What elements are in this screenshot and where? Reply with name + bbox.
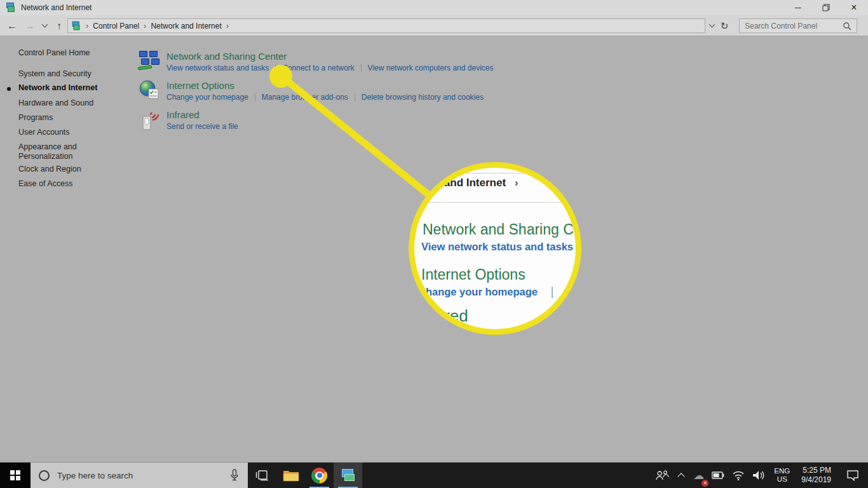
minimize-icon (795, 8, 801, 8)
window-titlebar: Network and Internet × (0, 0, 868, 15)
restore-icon (822, 4, 830, 11)
language-indicator[interactable]: ENG US (769, 463, 795, 488)
sidebar-item-system-and-security[interactable]: System and Security (18, 69, 114, 79)
sidebar-item-ease-of-access[interactable]: Ease of Access (18, 179, 114, 189)
refresh-icon: ↻ (721, 20, 729, 32)
minimize-button[interactable] (784, 0, 812, 15)
chevron-right-icon: › (515, 177, 518, 188)
breadcrumb-network-and-internet[interactable]: Network and Internet (151, 22, 221, 30)
sidebar-item-clock-and-region[interactable]: Clock and Region (18, 165, 114, 174)
sidebar-item-control-panel-home[interactable]: Control Panel Home (18, 48, 114, 58)
callout-pointer-dot (269, 65, 292, 88)
link-send-or-receive-file[interactable]: Send or receive a file (166, 122, 238, 131)
taskbar-search-input[interactable]: Type here to search (31, 463, 248, 488)
chevron-right-icon: › (144, 21, 146, 30)
back-icon: ← (7, 20, 17, 32)
link-separator (355, 93, 355, 101)
people-icon (655, 470, 669, 480)
callout-change-homepage-text: Change your homepage (418, 286, 538, 298)
wifi-icon (732, 471, 745, 480)
onedrive-cloud-icon: ☁ (693, 470, 704, 481)
close-icon: × (851, 2, 857, 13)
address-dropdown-button[interactable] (705, 18, 718, 33)
search-placeholder: Search Control Panel (745, 22, 843, 30)
chrome-icon (311, 468, 327, 484)
people-button[interactable] (651, 463, 673, 488)
breadcrumb-control-panel[interactable]: Control Panel (93, 22, 139, 30)
file-explorer-button[interactable] (276, 463, 305, 488)
refresh-button[interactable]: ↻ (718, 18, 731, 33)
control-panel-icon (341, 469, 356, 482)
magnifier-callout-circle: rk and Internet› Network and Sharing C V… (409, 162, 581, 335)
forward-icon: → (25, 20, 35, 32)
task-view-icon (255, 470, 269, 481)
restore-button[interactable] (812, 0, 840, 15)
system-tray: ☁ × (651, 463, 868, 488)
volume-button[interactable] (749, 463, 769, 488)
start-button[interactable] (0, 463, 31, 488)
back-button[interactable]: ← (5, 15, 19, 36)
sidebar-item-programs[interactable]: Programs (18, 113, 114, 123)
sidebar-item-appearance-and-personalization[interactable]: Appearance and Personalization (18, 142, 98, 161)
up-button[interactable]: ↑ (52, 15, 66, 36)
infrared-heading[interactable]: Infrared (166, 109, 238, 120)
internet-options-heading[interactable]: Internet Options (166, 80, 484, 91)
link-change-homepage[interactable]: Change your homepage (166, 93, 248, 102)
file-explorer-icon (283, 469, 299, 482)
show-hidden-icons-button[interactable] (673, 463, 689, 488)
sidebar-item-user-accounts[interactable]: User Accounts (18, 128, 114, 137)
link-separator (255, 93, 255, 101)
active-bullet-icon (7, 87, 11, 91)
internet-options-icon (139, 80, 161, 100)
forward-button[interactable]: → (23, 15, 37, 36)
chevron-right-icon: › (86, 21, 88, 30)
recent-pages-button[interactable] (39, 15, 50, 36)
chevron-up-icon (678, 473, 685, 480)
network-sharing-center-heading[interactable]: Network and Sharing Center (166, 51, 494, 62)
chevron-down-icon (709, 22, 715, 28)
window-title: Network and Internet (21, 3, 92, 12)
chrome-button[interactable] (305, 463, 334, 488)
infrared-icon (139, 109, 161, 131)
link-view-network-computers[interactable]: View network computers and devices (368, 64, 494, 72)
callout-network-sharing-heading: Network and Sharing C (423, 221, 574, 238)
link-view-network-status[interactable]: View network status and tasks (166, 64, 269, 72)
control-panel-taskbar-button[interactable] (334, 463, 362, 488)
link-delete-history[interactable]: Delete browsing history and cookies (362, 93, 484, 102)
microphone-icon[interactable] (230, 469, 239, 482)
taskbar: Type here to search (0, 462, 868, 488)
onedrive-button[interactable]: ☁ × (689, 463, 708, 488)
control-panel-icon (6, 3, 16, 13)
network-button[interactable] (728, 463, 749, 488)
task-view-button[interactable] (248, 463, 276, 488)
link-connect-to-network[interactable]: Connect to a network (282, 64, 354, 72)
address-bar[interactable]: › Control Panel › Network and Internet › (67, 18, 705, 33)
close-button[interactable]: × (840, 0, 868, 15)
battery-icon (712, 471, 724, 479)
up-icon: ↑ (57, 20, 62, 32)
control-panel-icon (72, 21, 81, 30)
callout-view-network-status-link: View network status and tasks (421, 241, 573, 253)
sidebar-item-network-and-internet[interactable]: Network and Internet (18, 83, 114, 93)
battery-button[interactable] (708, 463, 728, 488)
sidebar-item-hardware-and-sound[interactable]: Hardware and Sound (18, 98, 114, 108)
callout-divider (414, 202, 576, 203)
speaker-icon (752, 470, 765, 480)
windows-logo-icon (10, 470, 20, 480)
callout-internet-options-heading: Internet Options (421, 266, 526, 283)
search-control-panel-input[interactable]: Search Control Panel (739, 18, 857, 33)
group-network-and-sharing-center: Network and Sharing Center View network … (139, 51, 494, 72)
clock[interactable]: 5:25 PM 9/4/2019 (795, 463, 837, 488)
callout-change-homepage-link: Change your homepage (418, 286, 553, 298)
link-separator (552, 287, 553, 298)
group-infrared: Infrared Send or receive a file (139, 109, 238, 131)
chevron-right-icon: › (226, 21, 229, 30)
search-icon (843, 22, 851, 30)
action-center-icon (846, 470, 859, 481)
clock-time: 5:25 PM (801, 466, 831, 475)
screen: Network and Internet × ← → ↑ › Control P… (0, 0, 868, 488)
callout-breadcrumb: rk and Internet› (431, 177, 518, 189)
taskbar-search-placeholder: Type here to search (57, 471, 230, 480)
action-center-button[interactable] (837, 463, 868, 488)
clock-date: 9/4/2019 (801, 475, 831, 485)
